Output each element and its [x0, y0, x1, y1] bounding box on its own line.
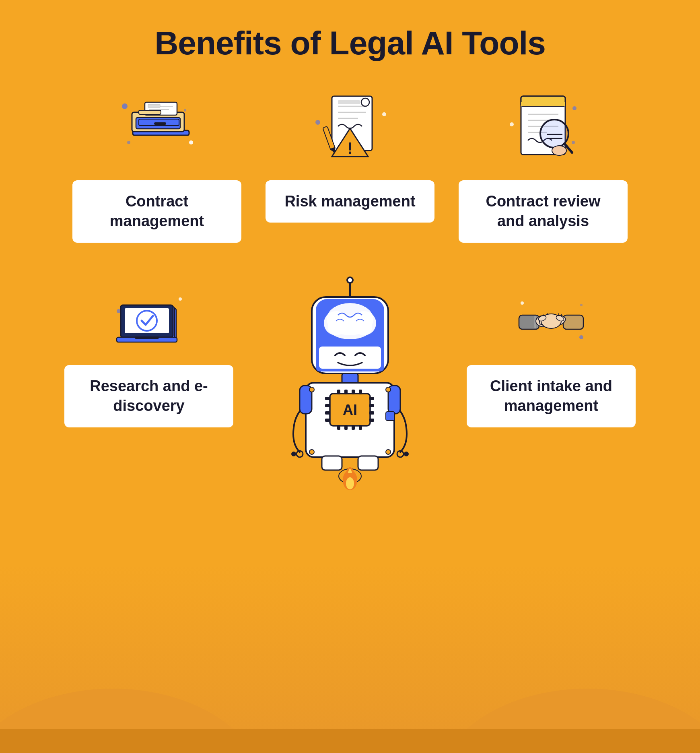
page-wrapper: Benefits of Legal AI Tools — [0, 0, 700, 753]
svg-point-59 — [348, 278, 352, 282]
contract-management-item: Contract management — [72, 90, 241, 243]
risk-management-card: Risk management — [266, 180, 434, 223]
svg-rect-52 — [135, 336, 159, 339]
svg-point-0 — [122, 103, 128, 109]
contract-review-icon — [503, 90, 583, 171]
svg-point-26 — [510, 122, 514, 126]
svg-rect-20 — [338, 100, 360, 104]
contract-management-icon — [117, 90, 197, 171]
research-icon — [113, 283, 185, 355]
svg-rect-120 — [0, 729, 700, 753]
svg-text:!: ! — [347, 139, 352, 157]
svg-rect-95 — [322, 456, 342, 470]
svg-rect-78 — [344, 425, 348, 430]
svg-point-100 — [521, 301, 524, 305]
svg-rect-13 — [154, 122, 166, 125]
svg-point-93 — [386, 450, 391, 454]
contract-management-label: Contract management — [110, 193, 204, 229]
contract-review-item: Contract review and analysis — [459, 90, 628, 243]
svg-rect-74 — [344, 390, 348, 394]
svg-point-101 — [579, 335, 583, 339]
svg-rect-110 — [563, 315, 583, 329]
svg-point-14 — [315, 120, 320, 125]
svg-rect-73 — [337, 390, 340, 394]
client-intake-icon — [515, 283, 587, 355]
risk-management-item: ! Risk management — [266, 90, 434, 243]
top-row: Contract management — [32, 90, 668, 243]
svg-point-43 — [552, 146, 566, 155]
page-title: Benefits of Legal AI Tools — [32, 24, 668, 62]
svg-point-45 — [179, 297, 182, 301]
contract-management-icon-area — [117, 90, 197, 171]
risk-management-icon: ! — [310, 90, 390, 171]
research-item: Research and e-discovery — [64, 275, 233, 427]
svg-point-1 — [189, 140, 193, 144]
contract-management-card: Contract management — [72, 180, 241, 243]
client-intake-icon-area — [515, 275, 587, 355]
bottom-row: Research and e-discovery — [32, 275, 668, 500]
svg-rect-75 — [352, 390, 355, 394]
svg-point-65 — [328, 315, 372, 339]
svg-point-92 — [309, 450, 314, 454]
svg-rect-96 — [358, 456, 378, 470]
svg-rect-85 — [369, 397, 374, 400]
svg-rect-80 — [359, 425, 362, 430]
svg-rect-81 — [325, 397, 330, 400]
research-icon-area — [113, 275, 185, 355]
svg-rect-31 — [521, 102, 565, 106]
svg-rect-76 — [359, 390, 362, 394]
svg-line-113 — [561, 314, 562, 316]
client-intake-item: Client intake and management — [467, 275, 636, 427]
svg-point-15 — [382, 112, 386, 116]
svg-rect-94 — [386, 412, 395, 421]
svg-point-90 — [309, 387, 314, 392]
svg-rect-82 — [325, 404, 330, 407]
contract-review-card: Contract review and analysis — [459, 180, 628, 243]
svg-rect-49 — [125, 308, 169, 333]
svg-point-102 — [580, 304, 583, 306]
contract-review-label: Contract review and analysis — [486, 193, 600, 229]
svg-rect-10 — [148, 104, 160, 107]
svg-rect-86 — [369, 404, 374, 407]
robot-illustration: AI — [264, 275, 436, 500]
svg-rect-88 — [369, 419, 374, 422]
contract-review-icon-area — [503, 90, 583, 171]
svg-rect-83 — [325, 411, 330, 415]
svg-point-3 — [184, 109, 186, 111]
svg-point-27 — [572, 106, 576, 110]
svg-point-99 — [346, 477, 354, 489]
svg-rect-87 — [369, 411, 374, 415]
hills-decoration — [0, 640, 700, 753]
client-intake-card: Client intake and management — [467, 365, 636, 427]
research-label: Research and e-discovery — [90, 378, 208, 414]
risk-management-icon-area: ! — [310, 90, 390, 171]
svg-point-28 — [572, 141, 575, 144]
svg-rect-11 — [139, 110, 161, 114]
svg-point-91 — [386, 387, 391, 392]
svg-rect-77 — [337, 425, 340, 430]
svg-point-54 — [291, 452, 296, 456]
svg-rect-84 — [325, 419, 330, 422]
svg-text:AI: AI — [343, 402, 357, 418]
svg-point-2 — [127, 141, 130, 144]
research-card: Research and e-discovery — [64, 365, 233, 427]
svg-rect-79 — [352, 425, 355, 430]
client-intake-label: Client intake and management — [490, 378, 612, 414]
svg-point-56 — [404, 452, 409, 456]
risk-management-label: Risk management — [284, 193, 415, 210]
ai-robot: AI — [257, 275, 443, 500]
